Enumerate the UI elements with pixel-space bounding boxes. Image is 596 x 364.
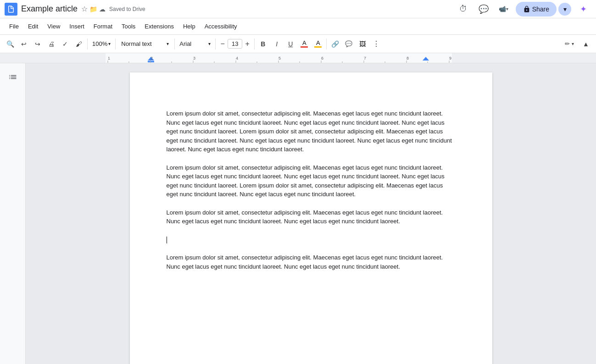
text-color-letter: A (302, 40, 306, 46)
share-button[interactable]: Share (516, 2, 557, 17)
toolbar-separator-4 (215, 39, 216, 50)
paragraph-2[interactable]: Lorem ipsum dolor sit amet, consectetur … (167, 163, 456, 199)
text-cursor (167, 237, 167, 243)
ruler: 1 2 3 4 5 6 7 8 9 (0, 53, 596, 63)
italic-button[interactable]: I (270, 38, 283, 50)
highlight-color-bar (314, 46, 322, 48)
link-button[interactable]: 🔗 (329, 38, 341, 50)
zoom-value: 100% (92, 40, 107, 47)
title-right: ⏱ 💬 📹 ▾ Share ▾ ✦ (455, 1, 591, 17)
svg-rect-28 (452, 53, 596, 63)
comment-button[interactable]: 💬 (475, 1, 492, 17)
text-color-button[interactable]: A (298, 38, 311, 50)
toolbar-separator-2 (115, 39, 116, 50)
font-size-increase[interactable]: + (242, 38, 252, 50)
menu-view[interactable]: View (43, 21, 65, 32)
font-label: Arial (179, 40, 191, 47)
redo-button[interactable]: ↪ (31, 38, 44, 50)
toolbar-separator-6 (326, 39, 327, 50)
menu-edit[interactable]: Edit (23, 21, 43, 32)
main-area: Lorem ipsum dolor sit amet, consectetur … (0, 63, 596, 364)
font-chevron: ▾ (208, 41, 211, 46)
menu-insert[interactable]: Insert (65, 21, 89, 32)
spellcheck-button[interactable]: ✓ (59, 38, 72, 50)
svg-text:6: 6 (321, 56, 323, 61)
font-size-decrease[interactable]: − (217, 38, 228, 50)
undo-button[interactable]: ↩ (17, 38, 30, 50)
svg-rect-27 (0, 53, 106, 63)
font-size-control: − + (217, 38, 252, 50)
collapse-toolbar-button[interactable]: ▲ (579, 38, 592, 50)
svg-text:2: 2 (150, 56, 153, 61)
svg-text:1: 1 (108, 56, 110, 61)
gemini-button[interactable]: ✦ (575, 1, 591, 17)
toolbar-separator-1 (87, 39, 88, 50)
share-label: Share (532, 6, 549, 13)
svg-text:9: 9 (449, 56, 451, 61)
svg-text:7: 7 (364, 56, 366, 61)
font-size-input[interactable] (228, 39, 242, 49)
menu-extensions[interactable]: Extensions (140, 21, 178, 32)
meet-button[interactable]: 📹 ▾ (496, 1, 512, 17)
toolbar-separator-3 (174, 39, 175, 50)
style-selector[interactable]: Normal text ▾ (117, 39, 173, 48)
app-icon (5, 3, 17, 16)
style-chevron: ▾ (167, 41, 169, 46)
star-icon[interactable]: ☆ (81, 5, 88, 13)
toolbar-separator-5 (254, 39, 255, 50)
cursor-container (167, 236, 167, 243)
folder-icon[interactable]: 📁 (89, 6, 97, 13)
zoom-chevron: ▾ (108, 41, 111, 46)
menu-format[interactable]: Format (89, 21, 117, 32)
left-indent-bottom (148, 61, 154, 62)
menu-bar: File Edit View Insert Format Tools Exten… (0, 18, 596, 35)
pencil-icon: ✏ (565, 40, 570, 47)
font-selector[interactable]: Arial ▾ (177, 39, 213, 48)
comment-insert-button[interactable]: 💬 (342, 38, 355, 50)
meet-icon: 📹 (499, 6, 506, 12)
paragraph-3[interactable]: Lorem ipsum dolor sit amet, consectetur … (167, 208, 456, 226)
text-color-bar (301, 46, 308, 48)
paragraph-4[interactable] (167, 235, 456, 244)
paintformat-button[interactable]: 🖌 (72, 38, 85, 50)
style-label: Normal text (121, 40, 151, 47)
svg-text:8: 8 (407, 56, 409, 61)
outline-toggle[interactable] (5, 69, 21, 85)
menu-help[interactable]: Help (178, 21, 200, 32)
saved-status: Saved to Drive (109, 6, 145, 12)
zoom-selector[interactable]: 100% ▾ (89, 39, 113, 48)
title-bar: Example article ☆ 📁 ☁ Saved to Drive ⏱ 💬… (0, 0, 596, 18)
menu-tools[interactable]: Tools (117, 21, 140, 32)
underline-button[interactable]: U (284, 38, 297, 50)
highlight-button[interactable]: A (312, 38, 324, 50)
meet-chevron: ▾ (506, 6, 508, 11)
toolbar: 🔍 ↩ ↪ 🖨 ✓ 🖌 100% ▾ Normal text ▾ Arial ▾… (0, 35, 596, 53)
history-button[interactable]: ⏱ (455, 1, 472, 17)
bold-button[interactable]: B (256, 38, 269, 50)
image-button[interactable]: 🖼 (356, 38, 369, 50)
paragraph-1[interactable]: Lorem ipsum dolor sit amet, consectetur … (167, 109, 456, 154)
drive-saved-icon: ☁ (99, 6, 106, 13)
menu-file[interactable]: File (5, 21, 23, 32)
ruler-svg: 1 2 3 4 5 6 7 8 9 (0, 53, 596, 63)
more-button[interactable]: ⋮ (370, 38, 383, 50)
paragraph-5[interactable]: Lorem ipsum dolor sit amet, consectetur … (167, 253, 456, 271)
toolbar-right: ✏ ▾ ▲ (561, 38, 592, 50)
editing-chevron: ▾ (572, 41, 574, 46)
list-icon (8, 72, 17, 82)
doc-area[interactable]: Lorem ipsum dolor sit amet, consectetur … (26, 63, 596, 364)
lock-icon (523, 6, 530, 13)
left-sidebar (0, 63, 26, 364)
svg-text:5: 5 (279, 56, 281, 61)
print-button[interactable]: 🖨 (45, 38, 58, 50)
doc-page[interactable]: Lorem ipsum dolor sit amet, consectetur … (130, 72, 492, 364)
search-button[interactable]: 🔍 (4, 38, 17, 50)
doc-title[interactable]: Example article (21, 4, 78, 14)
svg-text:4: 4 (236, 56, 238, 61)
editing-mode-button[interactable]: ✏ ▾ (561, 39, 578, 49)
highlight-letter: A (316, 40, 320, 46)
svg-text:3: 3 (193, 56, 195, 61)
share-dropdown-button[interactable]: ▾ (558, 3, 571, 16)
menu-accessibility[interactable]: Accessibility (200, 21, 242, 32)
